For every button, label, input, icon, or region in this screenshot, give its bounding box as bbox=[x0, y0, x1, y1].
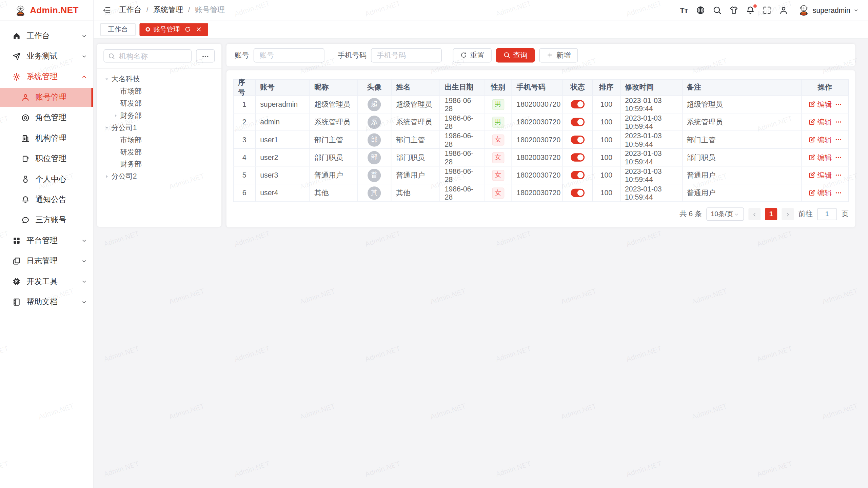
org-more-button[interactable] bbox=[196, 49, 215, 62]
cell-name: 其他 bbox=[392, 184, 440, 202]
goto-page-input[interactable] bbox=[817, 208, 837, 220]
sidebar-item-13[interactable]: 帮助文档 bbox=[0, 293, 93, 312]
sidebar-item-3[interactable]: 账号管理 bbox=[0, 88, 93, 107]
toggle-knob bbox=[577, 101, 584, 107]
more-actions-icon[interactable] bbox=[834, 118, 842, 125]
tree-node-4[interactable]: 分公司1 bbox=[102, 122, 218, 134]
prev-page-button[interactable] bbox=[748, 208, 761, 220]
reset-button[interactable]: 重置 bbox=[453, 48, 492, 62]
avatar bbox=[798, 4, 810, 16]
cell-avatar: 普 bbox=[357, 166, 392, 184]
fullscreen-icon[interactable] bbox=[762, 0, 772, 20]
tree-caret-icon[interactable] bbox=[111, 113, 120, 118]
font-size-icon[interactable]: Tт bbox=[679, 0, 689, 20]
sidebar-item-2[interactable]: 系统管理 bbox=[0, 67, 93, 86]
user-icon bbox=[21, 93, 30, 102]
caret-down-icon bbox=[104, 125, 110, 130]
breadcrumb-separator: / bbox=[188, 6, 190, 14]
org-search-input[interactable] bbox=[118, 51, 187, 61]
logs-icon bbox=[12, 257, 21, 266]
cell-avatar: 部 bbox=[357, 131, 392, 148]
sidebar-item-11[interactable]: 日志管理 bbox=[0, 252, 93, 271]
query-button[interactable]: 查询 bbox=[496, 48, 535, 62]
sidebar-item-label: 三方账号 bbox=[35, 215, 87, 225]
tab-close-icon[interactable] bbox=[195, 26, 202, 33]
sidebar-item-12[interactable]: 开发工具 bbox=[0, 272, 93, 291]
phone-input[interactable] bbox=[371, 48, 442, 62]
page-number-button[interactable]: 1 bbox=[765, 208, 777, 220]
edit-button[interactable]: 编辑 bbox=[808, 117, 832, 127]
cell-modified: 2023-01-03 10:59:44 bbox=[620, 96, 682, 113]
more-actions-icon[interactable] bbox=[834, 171, 842, 179]
more-actions-icon[interactable] bbox=[834, 101, 842, 108]
sidebar-item-7[interactable]: 个人中心 bbox=[0, 170, 93, 189]
sidebar-item-10[interactable]: 平台管理 bbox=[0, 231, 93, 250]
edit-button[interactable]: 编辑 bbox=[808, 99, 832, 109]
toggle-knob bbox=[577, 172, 584, 178]
account-input[interactable] bbox=[254, 48, 324, 62]
cell-ops: 编辑 bbox=[802, 96, 848, 113]
tree-node-3[interactable]: 财务部 bbox=[111, 109, 218, 122]
search-icon bbox=[503, 52, 510, 59]
sidebar-item-1[interactable]: 业务测试 bbox=[0, 47, 93, 66]
tree-caret-icon[interactable] bbox=[102, 125, 111, 130]
cell-gender: 女 bbox=[485, 184, 512, 202]
language-icon[interactable] bbox=[695, 0, 706, 20]
tab-refresh-icon[interactable] bbox=[184, 26, 191, 33]
edit-button[interactable]: 编辑 bbox=[808, 135, 832, 145]
book-icon bbox=[12, 298, 21, 306]
chevron-down-icon bbox=[733, 211, 739, 217]
tree-node-6[interactable]: 研发部 bbox=[111, 146, 218, 158]
sidebar-item-label: 通知公告 bbox=[35, 195, 87, 205]
shirt-icon bbox=[729, 5, 738, 15]
status-toggle[interactable] bbox=[571, 189, 585, 197]
tab-0[interactable]: 工作台 bbox=[100, 23, 136, 36]
tree-caret-icon[interactable] bbox=[102, 76, 111, 82]
tree-node-5[interactable]: 市场部 bbox=[111, 134, 218, 146]
tree-caret-icon[interactable] bbox=[102, 174, 111, 179]
tab-1-active[interactable]: 账号管理 bbox=[139, 23, 208, 36]
more-actions-icon[interactable] bbox=[834, 154, 842, 161]
status-toggle[interactable] bbox=[571, 136, 585, 144]
more-actions-icon[interactable] bbox=[834, 136, 842, 143]
status-toggle[interactable] bbox=[571, 171, 585, 179]
sidebar-item-6[interactable]: 职位管理 bbox=[0, 149, 93, 168]
app-logo[interactable]: Admin.NET bbox=[0, 0, 93, 21]
more-actions-icon[interactable] bbox=[834, 189, 842, 196]
sidebar-item-label: 平台管理 bbox=[26, 236, 81, 246]
edit-button[interactable]: 编辑 bbox=[808, 170, 832, 180]
org-search-field[interactable] bbox=[103, 49, 192, 62]
sidebar-item-0[interactable]: 工作台 bbox=[0, 26, 93, 45]
tree-node-0[interactable]: 大名科技 bbox=[102, 73, 218, 85]
edit-button[interactable]: 编辑 bbox=[808, 152, 832, 162]
menu-fold-icon[interactable] bbox=[102, 5, 111, 15]
tree-node-8[interactable]: 分公司2 bbox=[102, 170, 218, 183]
sidebar-item-9[interactable]: 三方账号 bbox=[0, 211, 93, 230]
goto-label: 前往 bbox=[798, 209, 812, 219]
theme-icon[interactable] bbox=[729, 0, 739, 20]
tree-node-2[interactable]: 研发部 bbox=[111, 97, 218, 109]
gender-tag: 男 bbox=[492, 99, 504, 110]
status-toggle[interactable] bbox=[571, 153, 585, 161]
notification-icon[interactable] bbox=[745, 0, 756, 20]
breadcrumb-item-0[interactable]: 工作台 bbox=[119, 5, 141, 15]
tree-node-1[interactable]: 市场部 bbox=[111, 85, 218, 97]
sidebar-item-4[interactable]: 角色管理 bbox=[0, 108, 93, 127]
page-size-select[interactable]: 10条/页 bbox=[706, 207, 744, 221]
cell-seq: 3 bbox=[234, 131, 256, 148]
edit-button[interactable]: 编辑 bbox=[808, 188, 832, 198]
user-menu[interactable]: superadmin bbox=[798, 4, 859, 16]
status-toggle[interactable] bbox=[571, 118, 585, 126]
tree-node-7[interactable]: 财务部 bbox=[111, 158, 218, 170]
dots-icon bbox=[834, 171, 842, 179]
sidebar-item-5[interactable]: 机构管理 bbox=[0, 129, 93, 148]
search-icon[interactable] bbox=[712, 0, 723, 20]
col-header-8: 状态 bbox=[563, 80, 593, 95]
cell-phone: 18020030720 bbox=[512, 96, 563, 113]
add-button[interactable]: 新增 bbox=[539, 48, 578, 62]
breadcrumb-item-1[interactable]: 系统管理 bbox=[153, 5, 183, 15]
profile-icon[interactable] bbox=[778, 0, 789, 20]
status-toggle[interactable] bbox=[571, 100, 585, 108]
sidebar-item-8[interactable]: 通知公告 bbox=[0, 190, 93, 209]
next-page-button[interactable] bbox=[782, 208, 794, 220]
